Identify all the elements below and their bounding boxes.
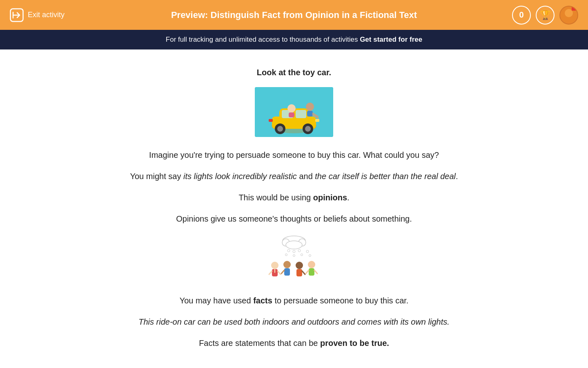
svg-point-32 xyxy=(309,255,311,257)
svg-point-31 xyxy=(306,250,309,253)
thinking-children-image xyxy=(263,233,325,283)
thinking-svg xyxy=(263,233,325,283)
opinion-section: This would be using opinions. Opinions g… xyxy=(118,191,470,225)
opinion-bold: opinions xyxy=(313,193,347,202)
avatar xyxy=(559,6,578,25)
persuade-question: Imagine you're trying to persuade someon… xyxy=(118,148,470,162)
svg-point-37 xyxy=(283,261,291,268)
flag-icon xyxy=(572,7,577,11)
svg-line-42 xyxy=(302,271,305,274)
svg-point-29 xyxy=(298,249,301,252)
svg-point-25 xyxy=(287,249,290,252)
facts-intro-line: You may have used facts to persuade some… xyxy=(118,294,470,307)
opinion-statement1: This would be using opinions. xyxy=(118,191,470,204)
facts-italic-example: This ride-on car can be used both indoor… xyxy=(118,315,470,328)
exit-label: Exit activity xyxy=(28,11,65,19)
svg-line-39 xyxy=(281,270,284,274)
svg-point-30 xyxy=(301,254,303,256)
main-content: Look at the toy car. xyxy=(110,49,478,368)
opinion-example: You might say its lights look incredibly… xyxy=(118,170,470,183)
toy-car-svg xyxy=(255,87,333,137)
svg-rect-8 xyxy=(296,110,306,118)
svg-line-45 xyxy=(306,270,309,274)
svg-line-36 xyxy=(278,271,281,274)
proven-to-be-true: proven to be true. xyxy=(320,339,389,348)
banner-text: For full tracking and unlimited access t… xyxy=(166,36,360,43)
exit-icon xyxy=(10,8,24,22)
svg-rect-18 xyxy=(307,111,313,117)
svg-point-12 xyxy=(305,126,311,132)
header-right: 0 🏆 xyxy=(512,6,578,25)
promo-banner: For full tracking and unlimited access t… xyxy=(0,30,588,49)
opinion-and: and xyxy=(297,172,315,181)
opinion-italic1: its lights look incredibly realistic xyxy=(183,172,297,181)
opinion-end: . xyxy=(456,172,458,181)
app-header: Exit activity Preview: Distinguish Fact … xyxy=(0,0,588,30)
svg-rect-14 xyxy=(269,119,273,122)
svg-point-17 xyxy=(306,103,314,111)
svg-point-26 xyxy=(285,254,287,256)
get-started-link[interactable]: Get started for free xyxy=(360,36,422,43)
svg-point-15 xyxy=(287,104,296,112)
svg-point-10 xyxy=(277,126,283,132)
toy-car-image xyxy=(255,87,333,137)
svg-point-24 xyxy=(286,241,302,249)
svg-rect-44 xyxy=(309,268,314,276)
svg-line-35 xyxy=(269,271,272,274)
instruction-text: Look at the toy car. xyxy=(118,66,470,79)
svg-point-27 xyxy=(293,250,295,253)
svg-rect-41 xyxy=(296,269,302,276)
svg-point-49 xyxy=(298,266,301,268)
svg-point-48 xyxy=(274,266,276,268)
trophy-icon: 🏆 xyxy=(540,10,551,20)
facts-conclusion: Facts are statements that can be proven … xyxy=(118,337,470,350)
facts-bold: facts xyxy=(253,296,272,305)
exit-button[interactable]: Exit activity xyxy=(10,8,65,22)
trophy-button[interactable]: 🏆 xyxy=(536,6,555,25)
svg-rect-16 xyxy=(289,112,294,117)
svg-point-50 xyxy=(310,266,313,268)
opinion-italic2: the car itself is better than the real d… xyxy=(315,172,456,181)
svg-line-46 xyxy=(314,270,317,274)
svg-rect-38 xyxy=(284,268,290,276)
opinion-statement2: Opinions give us someone's thoughts or b… xyxy=(118,212,470,225)
page-title: Preview: Distinguish Fact from Opinion i… xyxy=(171,10,417,20)
svg-point-28 xyxy=(293,255,295,257)
score-badge: 0 xyxy=(512,6,531,25)
opinion-intro: You might say xyxy=(130,172,183,181)
svg-rect-13 xyxy=(315,119,319,122)
